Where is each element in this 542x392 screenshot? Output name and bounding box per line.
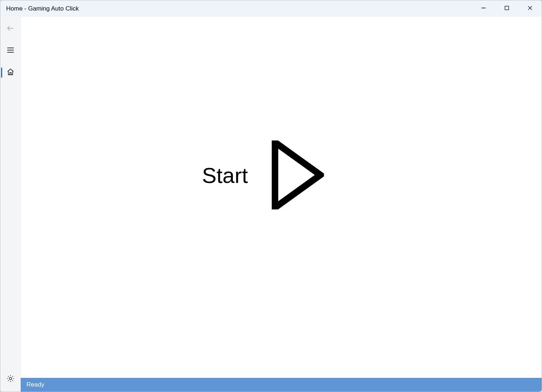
sidebar-item-settings[interactable] xyxy=(0,371,20,388)
home-icon xyxy=(6,68,15,78)
back-button[interactable] xyxy=(0,20,20,38)
maximize-button[interactable] xyxy=(495,0,518,17)
maximize-icon xyxy=(504,5,510,12)
minimize-button[interactable] xyxy=(472,0,495,17)
start-button[interactable]: Start xyxy=(202,140,324,211)
content-area: Start xyxy=(21,17,542,378)
app-window: Home - Gaming Auto Click xyxy=(0,0,542,392)
window-body: Start Ready xyxy=(0,17,542,392)
close-icon xyxy=(527,5,533,12)
start-label: Start xyxy=(202,163,248,188)
back-arrow-icon xyxy=(6,24,15,34)
hamburger-icon xyxy=(6,46,15,56)
sidebar xyxy=(0,17,21,392)
play-icon xyxy=(270,140,324,211)
sidebar-item-home[interactable] xyxy=(0,64,20,81)
minimize-icon xyxy=(481,5,486,12)
svg-marker-9 xyxy=(275,142,320,208)
statusbar: Ready xyxy=(21,378,542,392)
main: Start Ready xyxy=(21,17,542,392)
sidebar-top xyxy=(0,20,20,81)
svg-point-8 xyxy=(9,377,11,380)
window-controls xyxy=(472,0,542,17)
gear-icon xyxy=(6,374,15,384)
titlebar: Home - Gaming Auto Click xyxy=(0,0,542,17)
status-text: Ready xyxy=(26,381,44,388)
window-title: Home - Gaming Auto Click xyxy=(6,5,79,12)
menu-button[interactable] xyxy=(0,42,20,60)
svg-rect-1 xyxy=(505,6,509,10)
close-button[interactable] xyxy=(518,0,542,17)
